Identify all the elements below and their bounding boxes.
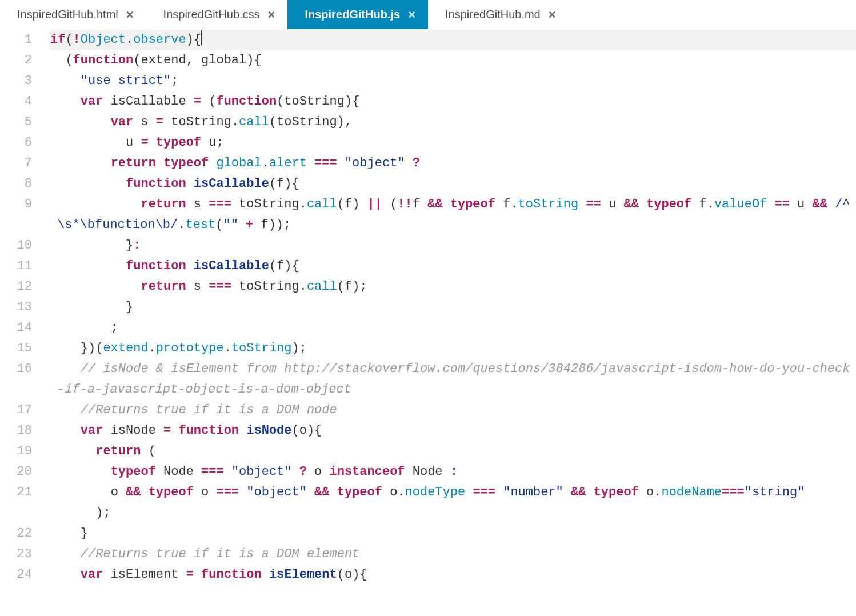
token: "object" [231, 465, 292, 479]
token [495, 485, 503, 499]
code-line[interactable]: u = typeof u; [50, 133, 856, 153]
close-icon[interactable]: × [126, 9, 134, 21]
token: ( [65, 33, 73, 47]
token [50, 423, 81, 438]
code-line[interactable]: var isElement = function isElement(o){ [50, 565, 856, 585]
code-line[interactable]: "use strict"; [50, 71, 856, 91]
token: . [397, 485, 405, 499]
token: ) [345, 94, 352, 109]
line-number: 7 [0, 153, 43, 174]
code-line[interactable]: return s === toString.call(f); [50, 277, 856, 297]
code-editor[interactable]: 123456789101112131415161718192021222324 … [0, 30, 856, 616]
tab-inspiredgithub-css[interactable]: InspiredGitHub.css× [146, 0, 288, 29]
code-line[interactable]: function isCallable(f){ [50, 174, 856, 194]
code-line[interactable]: //Returns true if it is a DOM node [50, 400, 856, 421]
code-line[interactable]: o && typeof o === "object" && typeof o.n… [50, 482, 856, 503]
close-icon[interactable]: × [408, 9, 415, 21]
token: } [81, 526, 88, 541]
token: == [586, 197, 601, 211]
token: isElement [103, 567, 186, 582]
code-line[interactable]: var isCallable = (function(toString){ [50, 91, 856, 112]
token: ( [277, 94, 284, 109]
token [50, 156, 111, 170]
token: ( [382, 197, 397, 211]
code-line[interactable]: return typeof global.alert === "object" … [50, 153, 856, 174]
code-line[interactable]: ); [50, 503, 856, 523]
code-line[interactable]: typeof Node === "object" ? o instanceof … [50, 462, 856, 482]
code-line[interactable]: var isNode = function isNode(o){ [50, 421, 856, 441]
token: === [209, 197, 231, 211]
code-line[interactable]: function isCallable(f){ [50, 256, 856, 277]
code-line[interactable]: //Returns true if it is a DOM element [50, 544, 856, 565]
code-area[interactable]: if(!Object.observe){ (function(extend, g… [43, 30, 856, 616]
close-icon[interactable]: × [549, 9, 556, 21]
code-line[interactable]: ; [50, 318, 856, 338]
token: f [277, 177, 284, 191]
token: ) [284, 259, 291, 273]
token: ( [337, 279, 345, 294]
line-number: 17 [0, 400, 43, 421]
token: observe [133, 33, 186, 47]
code-line[interactable]: if(!Object.observe){ [50, 30, 856, 50]
code-line[interactable]: })(extend.prototype.toString); [50, 338, 856, 359]
line-number: 15 [0, 338, 43, 359]
token: ); [95, 506, 110, 520]
token [639, 197, 646, 211]
code-line[interactable]: } [50, 297, 856, 318]
close-icon[interactable]: × [268, 9, 275, 21]
token: isNode [246, 423, 291, 438]
line-number: 24 [0, 565, 43, 585]
token [50, 94, 81, 109]
tab-label: InspiredGitHub.md [445, 8, 541, 21]
tab-inspiredgithub-md[interactable]: InspiredGitHub.md× [428, 0, 569, 29]
token [767, 197, 774, 211]
token: toString [231, 197, 299, 211]
token: { [254, 53, 261, 67]
token: "number" [503, 485, 563, 499]
tab-label: InspiredGitHub.css [163, 8, 260, 21]
token: var [111, 115, 134, 129]
tab-inspiredgithub-html[interactable]: InspiredGitHub.html× [0, 0, 146, 29]
code-line[interactable]: }: [50, 235, 856, 256]
token [239, 423, 246, 438]
token: . [262, 156, 269, 170]
text-cursor [201, 30, 202, 45]
code-line[interactable]: return ( [50, 441, 856, 462]
token [50, 465, 111, 479]
code-line[interactable]: // isNode & isElement from http://stacko… [50, 359, 856, 400]
line-number: 6 [0, 133, 43, 153]
token: = [156, 115, 163, 129]
token: toString [163, 115, 231, 129]
token: ( [337, 567, 345, 582]
token: ) [352, 197, 367, 211]
token [50, 74, 81, 88]
token: . [224, 341, 231, 355]
token: call [307, 197, 337, 211]
token [827, 197, 835, 211]
token: ) [186, 33, 194, 47]
token [238, 218, 246, 232]
token: ) [246, 53, 254, 67]
tab-inspiredgithub-js[interactable]: InspiredGitHub.js× [287, 0, 428, 29]
token: global [201, 53, 246, 67]
token: function [178, 423, 239, 438]
token: function [216, 94, 277, 109]
code-line[interactable]: (function(extend, global){ [50, 50, 856, 71]
token: typeof [149, 485, 194, 499]
token: global [216, 156, 261, 170]
code-line[interactable]: var s = toString.call(toString), [50, 112, 856, 133]
token: ; [216, 135, 223, 150]
code-line[interactable]: return s === toString.call(f) || (!!f &&… [50, 194, 856, 235]
line-number: 22 [0, 523, 43, 544]
token: // isNode & isElement from http://stacko… [57, 362, 850, 397]
token: //Returns true if it is a DOM node [81, 403, 337, 417]
token [186, 259, 194, 273]
token: } [126, 300, 133, 314]
code-line[interactable]: } [50, 523, 856, 544]
token [50, 321, 111, 335]
token: "object" [246, 485, 307, 499]
token [50, 362, 81, 376]
token: ) [284, 177, 291, 191]
token: typeof [646, 197, 691, 211]
line-number [0, 379, 43, 400]
